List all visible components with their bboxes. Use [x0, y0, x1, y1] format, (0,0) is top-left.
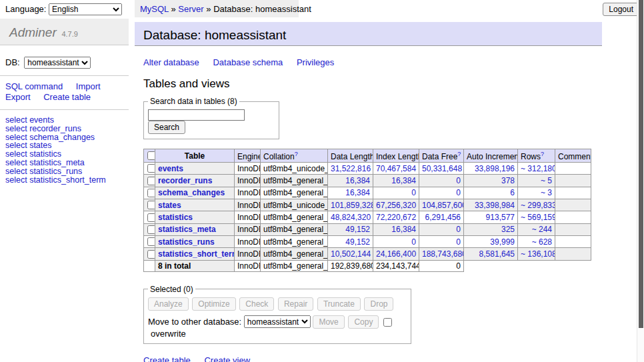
- table-name-link[interactable]: statistics_short_term: [158, 249, 235, 259]
- scrollbar-track[interactable]: [637, 0, 644, 362]
- engine-cell: InnoDB: [235, 187, 261, 199]
- collation-cell: utf8mb4_general_ci: [261, 223, 328, 235]
- check-button[interactable]: Check: [239, 297, 274, 311]
- sidebar-table-link[interactable]: select events: [5, 116, 129, 125]
- db-label: DB:: [5, 57, 20, 67]
- main-content: MySQL » Server » Database: homeassistant…: [135, 0, 637, 362]
- table-name-cell: schema_changes: [155, 187, 235, 199]
- table-name-cell: events: [155, 163, 235, 175]
- sidebar-item-export[interactable]: Export: [5, 92, 31, 102]
- column-header-rows: Rows?: [518, 149, 555, 163]
- truncate-button[interactable]: Truncate: [317, 297, 361, 311]
- sidebar-actions: SQL command Import Export Create table: [5, 81, 129, 103]
- row-checkbox[interactable]: [147, 213, 155, 222]
- data-length-cell: 49,152: [328, 223, 373, 235]
- sidebar-table-link[interactable]: select statistics_runs: [5, 167, 129, 176]
- table-name-link[interactable]: states: [158, 201, 181, 210]
- table-name-link[interactable]: events: [158, 164, 183, 173]
- breadcrumb-separator: »: [206, 4, 211, 14]
- row-checkbox[interactable]: [147, 177, 155, 185]
- analyze-button[interactable]: Analyze: [148, 297, 189, 311]
- row-checkbox-cell: [144, 187, 155, 199]
- help-icon[interactable]: ?: [457, 151, 461, 157]
- sidebar-table-link[interactable]: select statistics_meta: [5, 159, 129, 167]
- table-name-link[interactable]: recorder_runs: [158, 176, 212, 185]
- db-selector-row: DB: homeassistant: [5, 57, 129, 69]
- column-header-table: Table: [155, 149, 235, 163]
- rows-count-cell: ~ 136,108: [518, 248, 555, 260]
- sidebar-item-create-table[interactable]: Create table: [43, 92, 91, 102]
- table-name-link[interactable]: statistics_meta: [158, 225, 216, 234]
- auto-increment-cell: 33,398,984: [464, 199, 518, 211]
- data-free-cell: 0: [419, 223, 464, 235]
- repair-button[interactable]: Repair: [278, 297, 313, 311]
- logout-button[interactable]: Logout: [603, 3, 639, 16]
- database-schema-link[interactable]: Database schema: [213, 57, 283, 67]
- create-view-link[interactable]: Create view: [204, 355, 250, 362]
- rows-count-cell: ~ 628: [518, 235, 555, 247]
- table-name-link[interactable]: schema_changes: [158, 188, 225, 197]
- engine-cell: InnoDB: [235, 175, 261, 187]
- privileges-link[interactable]: Privileges: [297, 57, 334, 67]
- data-length-cell: 48,824,320: [328, 211, 373, 223]
- move-database-select[interactable]: homeassistant: [244, 315, 311, 328]
- table-name-cell: statistics_short_term: [155, 248, 235, 260]
- row-checkbox[interactable]: [147, 189, 155, 197]
- search-button[interactable]: Search: [148, 121, 185, 134]
- search-input[interactable]: [148, 109, 245, 121]
- sidebar-divider: [0, 75, 129, 76]
- data-free-cell: 0: [419, 187, 464, 199]
- collation-cell: utf8mb4_general_ci: [261, 248, 328, 260]
- rows-count-cell: ~ 312,180: [518, 163, 555, 175]
- auto-increment-cell: 913,577: [464, 211, 518, 223]
- selected-legend: Selected (0): [148, 285, 195, 294]
- sidebar-item-sql-command[interactable]: SQL command: [5, 81, 63, 91]
- create-links: Create table Create view: [143, 355, 637, 362]
- row-checkbox-cell: [144, 248, 155, 260]
- create-table-link[interactable]: Create table: [143, 355, 191, 362]
- engine-cell: InnoDB: [235, 223, 261, 235]
- rows-count-cell: ~ 244: [518, 223, 555, 235]
- breadcrumb-link-server[interactable]: Server: [178, 4, 203, 14]
- row-checkbox[interactable]: [147, 250, 155, 259]
- table-name-link[interactable]: statistics_runs: [158, 237, 215, 247]
- language-select[interactable]: English: [49, 3, 122, 15]
- db-select[interactable]: homeassistant: [24, 57, 91, 69]
- sidebar-item-import[interactable]: Import: [76, 81, 101, 91]
- table-name-cell: states: [155, 199, 235, 211]
- scrollbar-thumb[interactable]: [639, 0, 643, 328]
- row-checkbox[interactable]: [147, 225, 155, 234]
- table-name-link[interactable]: statistics: [158, 213, 193, 222]
- tables-and-views-heading: Tables and views: [143, 77, 637, 91]
- breadcrumb-link-mysql[interactable]: MySQL: [140, 4, 169, 14]
- row-checkbox[interactable]: [147, 164, 155, 173]
- help-icon[interactable]: ?: [295, 151, 298, 157]
- app-name: Adminer: [9, 25, 57, 39]
- row-checkbox[interactable]: [147, 237, 155, 246]
- collation-cell: utf8mb4_unicode_ci: [261, 199, 328, 211]
- collation-cell: utf8mb4_unicode_ci: [261, 163, 328, 175]
- copy-button[interactable]: Copy: [348, 315, 379, 329]
- help-icon[interactable]: ?: [541, 151, 544, 157]
- overwrite-checkbox[interactable]: [383, 318, 392, 327]
- column-header-data-length: Data Length?: [328, 149, 373, 163]
- auto-increment-cell: 33,898,196: [464, 163, 518, 175]
- column-header-collation: Collation?: [261, 149, 328, 163]
- sidebar-table-links: select eventsselect recorder_runsselect …: [5, 116, 129, 184]
- row-checkbox-cell: [144, 199, 155, 211]
- index-length-cell: 24,166,400: [373, 248, 419, 260]
- data-free-cell: 50,331,648: [419, 163, 464, 175]
- drop-button[interactable]: Drop: [364, 297, 393, 311]
- data-free-cell: 0: [419, 235, 464, 247]
- row-checkbox[interactable]: [147, 201, 155, 209]
- selected-fieldset: Selected (0) Analyze Optimize Check Repa…: [143, 285, 411, 344]
- index-length-cell: 67,256,320: [373, 199, 419, 211]
- breadcrumb-current: Database: homeassistant: [213, 4, 311, 14]
- alter-database-link[interactable]: Alter database: [143, 57, 199, 67]
- collation-cell: utf8mb4_general_ci: [261, 211, 328, 223]
- select-all-checkbox[interactable]: [147, 151, 155, 160]
- move-button[interactable]: Move: [313, 315, 344, 329]
- optimize-button[interactable]: Optimize: [192, 297, 235, 311]
- sidebar-table-link[interactable]: select recorder_runs: [5, 125, 129, 133]
- sidebar-table-link[interactable]: select statistics_short_term: [5, 176, 129, 185]
